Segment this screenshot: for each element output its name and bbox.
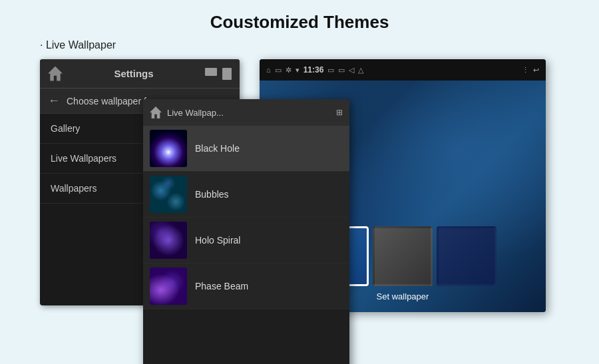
lw-item-phase-beam[interactable]: Phase Beam [143, 264, 349, 309]
lw-topbar: Live Wallpap... ⊞ [143, 99, 349, 126]
preview-signal-icon: ✲ [286, 66, 292, 75]
preview-tri-icon: △ [358, 66, 363, 75]
back-arrow-icon[interactable]: ← [48, 94, 60, 108]
wallpaper-option-darkblue[interactable] [437, 226, 497, 286]
settings-title: Settings [69, 68, 198, 79]
lw-label-bubbles: Bubbles [195, 189, 229, 200]
preview-home-icon: ⌂ [266, 66, 271, 74]
lw-item-bubbles[interactable]: Bubbles [143, 172, 349, 218]
lw-thumb-black-hole [150, 130, 187, 167]
lw-item-holo-spiral[interactable]: Holo Spiral [143, 218, 349, 264]
preview-wifi-icon: ▾ [296, 66, 300, 75]
lw-thumb-phase-beam [150, 268, 187, 305]
lw-expand-icon: ⊞ [336, 108, 343, 117]
home-icon [48, 67, 63, 81]
preview-msg-icon: ▭ [327, 66, 334, 75]
lw-topbar-title: Live Wallpap... [167, 108, 331, 118]
page-subtitle: · Live Wallpaper [0, 39, 599, 51]
page-title: Coustomized Themes [0, 0, 599, 39]
lw-label-black-hole: Black Hole [195, 143, 240, 154]
set-wallpaper-label: Set wallpaper [377, 291, 429, 301]
lw-thumb-holo-spiral [150, 222, 187, 259]
battery-icon [222, 68, 232, 80]
preview-dock-icon: ▭ [338, 66, 345, 75]
preview-topbar: ⌂ ▭ ✲ ▾ 11:36 ▭ ▭ ◁ △ ⋮ ↩ [260, 59, 546, 81]
wallpaper-option-gray[interactable] [373, 226, 433, 286]
lw-label-holo-spiral: Holo Spiral [195, 235, 240, 246]
preview-monitor-icon: ▭ [275, 66, 282, 75]
preview-menu-icon: ⋮ [522, 66, 529, 75]
preview-topbar-right: ⋮ ↩ [522, 66, 539, 75]
screenshots-area: Settings ← Choose wallpaper from Gallery… [40, 59, 586, 339]
lw-item-black-hole[interactable]: Black Hole [143, 126, 349, 172]
preview-vol-icon: ◁ [349, 66, 354, 75]
monitor-icon [205, 68, 217, 76]
preview-time: 11:36 [303, 65, 324, 75]
preview-topbar-left: ⌂ ▭ ✲ ▾ 11:36 ▭ ▭ ◁ △ [266, 65, 363, 75]
lw-home-icon [150, 106, 162, 118]
settings-topbar: Settings [40, 59, 240, 89]
lw-label-phase-beam: Phase Beam [195, 281, 248, 291]
lw-thumb-bubbles [150, 176, 187, 213]
preview-back-icon: ↩ [533, 66, 539, 75]
topbar-icons [205, 68, 232, 80]
live-wallpapers-screen: Live Wallpap... ⊞ Black Hole Bubbles Hol… [143, 99, 349, 364]
